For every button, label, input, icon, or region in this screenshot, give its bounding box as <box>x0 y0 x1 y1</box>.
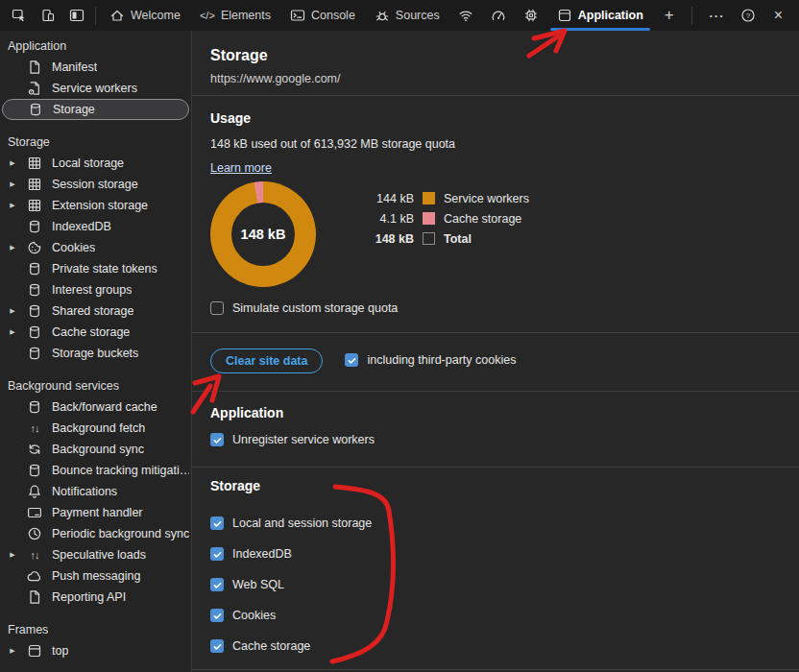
sidebar-item-periodic-background-sync[interactable]: Periodic background sync <box>2 523 189 544</box>
checkbox-label: Cookies <box>232 609 276 622</box>
sidebar-item-session-storage[interactable]: ▶Session storage <box>2 174 189 195</box>
checked-checkbox[interactable] <box>210 547 224 561</box>
sidebar-item-background-fetch[interactable]: ↑↓Background fetch <box>2 418 189 439</box>
tab-application[interactable]: Application <box>547 0 653 31</box>
help-icon: ? <box>740 8 756 23</box>
unchecked-checkbox[interactable] <box>210 301 224 315</box>
database-icon <box>27 261 42 276</box>
sidebar-item-label: Local storage <box>52 156 124 170</box>
application-heading: Application <box>210 405 799 420</box>
sidebar-item-storage-buckets[interactable]: Storage buckets <box>2 343 189 364</box>
sidebar-item-payment-handler[interactable]: Payment handler <box>2 502 189 523</box>
database-icon <box>27 463 42 478</box>
file-icon <box>27 589 42 605</box>
checked-checkbox[interactable] <box>210 609 224 622</box>
expand-arrow-icon[interactable]: ▶ <box>7 647 18 655</box>
sidebar-item-cookies[interactable]: ▶Cookies <box>2 237 189 258</box>
expand-arrow-icon[interactable]: ▶ <box>7 244 18 252</box>
database-icon <box>27 346 42 361</box>
bell-icon <box>27 484 42 499</box>
checked-checkbox[interactable] <box>345 353 358 367</box>
sync-icon <box>27 442 42 457</box>
tab-elements[interactable]: </>Elements <box>190 0 280 31</box>
toolbar-right-icons: ···?× <box>691 0 799 31</box>
checked-checkbox[interactable] <box>210 578 224 591</box>
database-icon <box>27 219 42 234</box>
tab-label: Sources <box>396 9 440 22</box>
sidebar-item-back-forward-cache[interactable]: Back/forward cache <box>2 396 189 418</box>
application-checkbox-list: Unregister service workers <box>210 433 799 446</box>
checked-checkbox[interactable] <box>210 433 224 446</box>
sidebar-section-background-services: Background services <box>0 375 191 396</box>
tab-gauge[interactable] <box>482 0 515 31</box>
legend-value: 148 kB <box>354 232 414 246</box>
checked-checkbox[interactable] <box>210 639 224 653</box>
more-menu-button[interactable]: ··· <box>709 8 725 24</box>
sidebar-item-storage[interactable]: Storage <box>2 99 189 120</box>
expand-arrow-icon[interactable]: ▶ <box>7 159 18 167</box>
learn-more-link[interactable]: Learn more <box>210 161 272 175</box>
sidebar-item-label: Storage <box>53 103 95 116</box>
clear-site-data-button[interactable]: Clear site data <box>210 348 323 373</box>
checkbox-row-indexeddb: IndexedDB <box>210 547 799 561</box>
sidebar-item-top[interactable]: ▶top <box>2 640 189 661</box>
sidebar-item-bounce-tracking-mitigati-[interactable]: Bounce tracking mitigati… <box>2 460 189 481</box>
sidebar-item-label: Extension storage <box>52 199 148 212</box>
dock-side-button[interactable] <box>68 8 85 24</box>
sidebar-item-indexeddb[interactable]: IndexedDB <box>2 216 189 237</box>
sidebar-item-interest-groups[interactable]: Interest groups <box>2 279 189 300</box>
legend-row-total: 148 kBTotal <box>354 228 529 249</box>
checkbox-label: Local and session storage <box>232 516 372 530</box>
sidebar-item-cache-storage[interactable]: ▶Cache storage <box>2 322 189 343</box>
up-down-glyph: ↑↓ <box>31 422 39 434</box>
tab-console[interactable]: Console <box>280 0 365 31</box>
tab-chip[interactable] <box>515 0 547 31</box>
sidebar-item-background-sync[interactable]: Background sync <box>2 439 189 460</box>
inspect-button[interactable] <box>11 8 27 24</box>
database-icon <box>27 303 42 319</box>
sidebar-item-label: Back/forward cache <box>52 400 157 414</box>
sidebar-item-private-state-tokens[interactable]: Private state tokens <box>2 258 189 279</box>
expand-arrow-icon[interactable]: ▶ <box>7 180 18 188</box>
checked-checkbox[interactable] <box>210 516 224 530</box>
sidebar-item-label: Push messaging <box>52 569 140 583</box>
toolbar-left-icons <box>0 0 95 31</box>
sidebar-item-shared-storage[interactable]: ▶Shared storage <box>2 300 189 322</box>
sidebar-item-reporting-api[interactable]: Reporting API <box>2 587 189 608</box>
expand-arrow-icon[interactable]: ▶ <box>7 551 18 559</box>
sidebar-item-label: Session storage <box>52 178 138 191</box>
sidebar-item-speculative-loads[interactable]: ▶↑↓Speculative loads <box>2 544 189 565</box>
tab-sources[interactable]: Sources <box>365 0 449 31</box>
device-emulation-button[interactable] <box>39 8 56 24</box>
tab-plus[interactable]: + <box>653 0 686 31</box>
checkbox-row-web-sql: Web SQL <box>210 578 799 591</box>
svg-text:?: ? <box>745 12 750 20</box>
more-menu-icon: ··· <box>710 8 725 23</box>
sidebar-item-push-messaging[interactable]: Push messaging <box>2 565 189 587</box>
sidebar-item-local-storage[interactable]: ▶Local storage <box>2 153 189 174</box>
tab-label: Application <box>578 9 643 22</box>
usage-chart-row: 148 kB 144 kBService workers4.1 kBCache … <box>210 181 799 287</box>
sidebar-item-label: Background sync <box>52 443 144 456</box>
legend-label: Cache storage <box>444 212 521 226</box>
table-icon <box>27 198 42 213</box>
usage-legend: 144 kBService workers4.1 kBCache storage… <box>354 181 529 287</box>
sidebar-item-notifications[interactable]: Notifications <box>2 481 189 502</box>
sidebar-item-extension-storage[interactable]: ▶Extension storage <box>2 195 189 216</box>
tab-wifi[interactable] <box>449 0 482 31</box>
checkbox-row-including-third-party-cookies: including third-party cookies <box>345 353 516 367</box>
tab-welcome[interactable]: Welcome <box>100 0 190 31</box>
expand-arrow-icon[interactable]: ▶ <box>7 328 18 336</box>
database-icon <box>28 102 43 117</box>
expand-arrow-icon[interactable]: ▶ <box>7 202 18 209</box>
sidebar-item-label: top <box>52 644 68 658</box>
expand-arrow-icon[interactable]: ▶ <box>7 307 18 315</box>
table-icon <box>27 156 42 171</box>
sidebar-item-manifest[interactable]: Manifest <box>2 57 189 78</box>
donut-center: 148 kB <box>231 203 295 266</box>
close-button[interactable]: × <box>770 8 787 24</box>
simulate-quota-row: Simulate custom storage quota <box>210 301 799 315</box>
help-button[interactable]: ? <box>739 8 756 24</box>
sidebar-item-service-workers[interactable]: Service workers <box>2 78 189 99</box>
sidebar-item-label: Private state tokens <box>52 262 157 276</box>
